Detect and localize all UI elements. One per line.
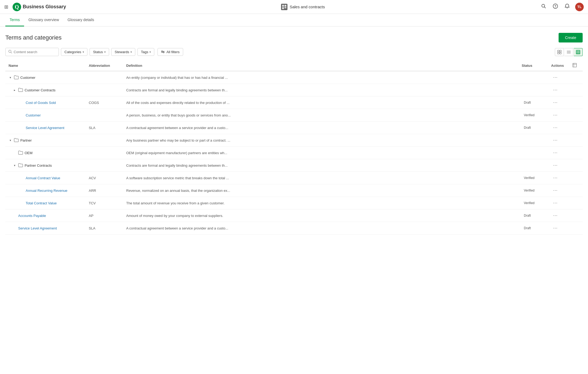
row-vis-cell bbox=[569, 222, 583, 235]
row-status: Draft bbox=[518, 209, 548, 222]
row-name[interactable]: Annual Contract Value bbox=[26, 176, 60, 180]
row-name[interactable]: OEM bbox=[25, 151, 33, 155]
row-definition: Contracts are formal and legally binding… bbox=[123, 84, 518, 96]
row-actions-button[interactable]: ··· bbox=[551, 87, 560, 94]
qlik-logo-mark: Q bbox=[13, 3, 21, 11]
table-row: CustomerA person, business, or entity th… bbox=[5, 109, 583, 122]
row-vis-cell bbox=[569, 122, 583, 134]
row-vis-cell bbox=[569, 159, 583, 172]
status-badge: Draft bbox=[522, 213, 533, 218]
stewards-filter[interactable]: Stewards ▾ bbox=[111, 48, 135, 56]
row-abbreviation: AP bbox=[86, 209, 123, 222]
row-actions-button[interactable]: ··· bbox=[551, 112, 560, 119]
row-actions-button[interactable]: ··· bbox=[551, 99, 560, 106]
row-definition: OEM (original equipment manufacturer) pa… bbox=[123, 147, 518, 159]
row-abbreviation bbox=[86, 84, 123, 96]
folder-icon bbox=[18, 88, 23, 93]
status-badge: Draft bbox=[522, 125, 533, 130]
row-name[interactable]: Annual Recurring Revenue bbox=[26, 189, 67, 193]
row-name[interactable]: Customer bbox=[26, 113, 41, 117]
avatar[interactable]: TL bbox=[575, 3, 584, 11]
tags-filter[interactable]: Tags ▾ bbox=[137, 48, 154, 56]
list-view-button[interactable] bbox=[564, 48, 573, 56]
expand-arrow-icon[interactable]: ▾ bbox=[9, 139, 12, 142]
row-actions-button[interactable]: ··· bbox=[551, 174, 560, 181]
row-vis-cell bbox=[569, 147, 583, 159]
row-name[interactable]: Service Level Agreement bbox=[26, 126, 64, 130]
row-name[interactable]: Service Level Agreement bbox=[18, 226, 57, 230]
notifications-button[interactable] bbox=[563, 2, 571, 11]
th-abbreviation: Abbreviation bbox=[86, 60, 123, 71]
folder-icon bbox=[14, 75, 19, 80]
expand-arrow-icon[interactable]: ▾ bbox=[9, 76, 12, 79]
row-name[interactable]: Customer Contracts bbox=[25, 88, 56, 92]
page-header: Terms and categories Create bbox=[5, 33, 583, 42]
table-row: Total Contract ValueTCVThe total amount … bbox=[5, 197, 583, 209]
row-actions: ··· bbox=[548, 134, 569, 147]
th-visibility[interactable] bbox=[569, 60, 583, 71]
row-actions-button[interactable]: ··· bbox=[551, 200, 560, 207]
row-actions-button[interactable]: ··· bbox=[551, 225, 560, 232]
row-definition: A contractual agreement between a servic… bbox=[123, 122, 518, 134]
row-abbreviation: SLA bbox=[86, 222, 123, 235]
row-actions: ··· bbox=[548, 172, 569, 184]
row-abbreviation: ARR bbox=[86, 184, 123, 197]
row-vis-cell bbox=[569, 84, 583, 96]
help-button[interactable]: ? bbox=[552, 2, 559, 11]
row-name[interactable]: Customer bbox=[20, 76, 35, 80]
grid-icon[interactable]: ⊞ bbox=[4, 4, 8, 10]
all-filters-button[interactable]: All filters bbox=[157, 48, 183, 56]
search-input-wrap bbox=[5, 48, 59, 56]
row-actions-button[interactable]: ··· bbox=[551, 137, 560, 144]
status-badge: Verified bbox=[522, 176, 537, 180]
expand-arrow-icon[interactable]: ▾ bbox=[13, 164, 17, 167]
tab-glossary-overview[interactable]: Glossary overview bbox=[24, 14, 63, 26]
row-vis-cell bbox=[569, 197, 583, 209]
grid-view-button[interactable] bbox=[555, 48, 564, 56]
row-status: Verified bbox=[518, 172, 548, 184]
row-name[interactable]: Cost of Goods Sold bbox=[26, 101, 56, 105]
th-name: Name bbox=[5, 60, 86, 71]
app-title: Business Glossary bbox=[23, 4, 66, 10]
table-row: ▸ Customer ContractsContracts are formal… bbox=[5, 84, 583, 96]
row-actions: ··· bbox=[548, 184, 569, 197]
row-actions-button[interactable]: ··· bbox=[551, 74, 560, 81]
search-button[interactable] bbox=[540, 2, 547, 11]
create-button[interactable]: Create bbox=[559, 33, 583, 42]
nav-app-label: Sales and contracts bbox=[290, 5, 325, 9]
row-name[interactable]: Accounts Payable bbox=[18, 214, 46, 218]
row-actions: ··· bbox=[548, 197, 569, 209]
categories-chevron-icon: ▾ bbox=[83, 50, 84, 53]
svg-rect-15 bbox=[560, 50, 561, 52]
expand-arrow-icon[interactable]: ▸ bbox=[13, 88, 17, 92]
tab-terms[interactable]: Terms bbox=[5, 14, 24, 26]
row-abbreviation: ACV bbox=[86, 172, 123, 184]
row-name[interactable]: Partner bbox=[20, 138, 32, 142]
row-name[interactable]: Partner Contracts bbox=[25, 163, 52, 167]
row-abbreviation bbox=[86, 159, 123, 172]
row-actions-button[interactable]: ··· bbox=[551, 149, 560, 156]
table-row: ▾ Partner ContractsContracts are formal … bbox=[5, 159, 583, 172]
table-view-button[interactable] bbox=[574, 48, 583, 56]
search-input[interactable] bbox=[14, 50, 56, 54]
row-actions-button[interactable]: ··· bbox=[551, 187, 560, 194]
table-row: Cost of Goods SoldCOGSAll of the costs a… bbox=[5, 96, 583, 109]
row-actions-button[interactable]: ··· bbox=[551, 212, 560, 219]
row-actions-button[interactable]: ··· bbox=[551, 162, 560, 169]
nav-right: ? TL bbox=[540, 2, 584, 11]
row-status: Verified bbox=[518, 197, 548, 209]
status-badge: Verified bbox=[522, 188, 537, 193]
row-name[interactable]: Total Contract Value bbox=[26, 201, 57, 205]
row-abbreviation bbox=[86, 109, 123, 122]
row-actions-button[interactable]: ··· bbox=[551, 124, 560, 131]
row-status bbox=[518, 147, 548, 159]
row-definition: A software subscription service metric t… bbox=[123, 172, 518, 184]
table-row: Annual Recurring RevenueARRRevenue, norm… bbox=[5, 184, 583, 197]
tab-glossary-details[interactable]: Glossary details bbox=[63, 14, 99, 26]
row-status bbox=[518, 159, 548, 172]
row-vis-cell bbox=[569, 71, 583, 84]
column-visibility-icon[interactable] bbox=[572, 64, 577, 68]
status-filter[interactable]: Status ▾ bbox=[90, 48, 109, 56]
categories-filter[interactable]: Categories ▾ bbox=[61, 48, 87, 56]
top-nav: ⊞ Q Business Glossary Sales and contract… bbox=[0, 0, 588, 14]
